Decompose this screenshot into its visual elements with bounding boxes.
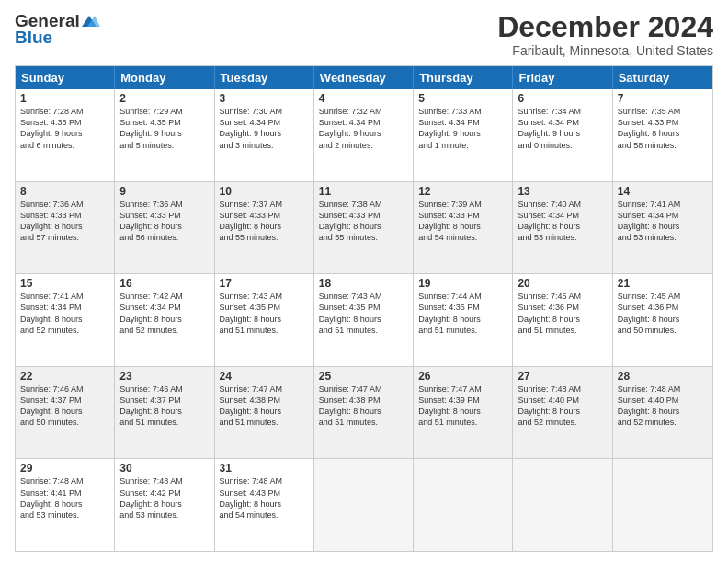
calendar-cell: 6Sunrise: 7:34 AMSunset: 4:34 PMDaylight… [513,89,612,181]
calendar-cell: 14Sunrise: 7:41 AMSunset: 4:34 PMDayligh… [613,182,712,274]
calendar-cell: 12Sunrise: 7:39 AMSunset: 4:33 PMDayligh… [414,182,513,274]
day-number: 14 [618,185,708,198]
calendar-row-1: 1Sunrise: 7:28 AMSunset: 4:35 PMDaylight… [16,89,712,181]
calendar-body: 1Sunrise: 7:28 AMSunset: 4:35 PMDaylight… [16,89,712,551]
cell-info: Sunrise: 7:47 AMSunset: 4:38 PMDaylight:… [319,384,408,429]
calendar-cell: 13Sunrise: 7:40 AMSunset: 4:34 PMDayligh… [513,182,612,274]
calendar-cell: 18Sunrise: 7:43 AMSunset: 4:35 PMDayligh… [314,274,414,366]
day-number: 18 [319,277,408,290]
calendar: SundayMondayTuesdayWednesdayThursdayFrid… [15,65,713,552]
day-number: 30 [119,462,209,475]
cell-info: Sunrise: 7:38 AMSunset: 4:33 PMDaylight:… [319,199,408,244]
calendar-cell: 7Sunrise: 7:35 AMSunset: 4:33 PMDaylight… [613,89,712,181]
cell-info: Sunrise: 7:39 AMSunset: 4:33 PMDaylight:… [418,199,507,244]
day-number: 15 [20,277,109,290]
cell-info: Sunrise: 7:43 AMSunset: 4:35 PMDaylight:… [220,291,309,336]
cell-info: Sunrise: 7:40 AMSunset: 4:34 PMDaylight:… [518,199,607,244]
day-number: 23 [119,370,209,383]
cell-info: Sunrise: 7:41 AMSunset: 4:34 PMDaylight:… [618,199,708,244]
cell-info: Sunrise: 7:45 AMSunset: 4:36 PMDaylight:… [518,291,607,336]
calendar-cell: 19Sunrise: 7:44 AMSunset: 4:35 PMDayligh… [414,274,513,366]
title-block: December 2024 Faribault, Minnesota, Unit… [497,11,713,58]
cell-info: Sunrise: 7:42 AMSunset: 4:34 PMDaylight:… [119,291,209,336]
day-number: 2 [119,92,209,105]
cell-info: Sunrise: 7:47 AMSunset: 4:38 PMDaylight:… [220,384,309,429]
calendar-cell: 8Sunrise: 7:36 AMSunset: 4:33 PMDaylight… [16,182,115,274]
logo-icon [82,14,100,29]
day-number: 8 [20,185,109,198]
day-number: 12 [418,185,507,198]
cell-info: Sunrise: 7:36 AMSunset: 4:33 PMDaylight:… [20,199,109,244]
calendar-cell: 4Sunrise: 7:32 AMSunset: 4:34 PMDaylight… [314,89,414,181]
calendar-cell [613,459,712,551]
month-title: December 2024 [497,11,713,43]
day-number: 4 [319,92,408,105]
day-number: 25 [319,370,408,383]
calendar-cell: 27Sunrise: 7:48 AMSunset: 4:40 PMDayligh… [513,367,612,459]
cell-info: Sunrise: 7:34 AMSunset: 4:34 PMDaylight:… [518,106,607,151]
day-number: 6 [518,92,607,105]
weekday-header-friday: Friday [513,66,612,89]
calendar-row-3: 15Sunrise: 7:41 AMSunset: 4:34 PMDayligh… [16,273,712,366]
calendar-cell: 20Sunrise: 7:45 AMSunset: 4:36 PMDayligh… [513,274,612,366]
calendar-cell: 28Sunrise: 7:48 AMSunset: 4:40 PMDayligh… [613,367,712,459]
cell-info: Sunrise: 7:43 AMSunset: 4:35 PMDaylight:… [319,291,408,336]
day-number: 20 [518,277,607,290]
cell-info: Sunrise: 7:36 AMSunset: 4:33 PMDaylight:… [119,199,209,244]
cell-info: Sunrise: 7:35 AMSunset: 4:33 PMDaylight:… [618,106,708,151]
calendar-cell: 1Sunrise: 7:28 AMSunset: 4:35 PMDaylight… [16,89,115,181]
cell-info: Sunrise: 7:45 AMSunset: 4:36 PMDaylight:… [618,291,708,336]
calendar-cell: 9Sunrise: 7:36 AMSunset: 4:33 PMDaylight… [115,182,214,274]
weekday-header-wednesday: Wednesday [314,66,414,89]
cell-info: Sunrise: 7:48 AMSunset: 4:40 PMDaylight:… [618,384,708,429]
day-number: 3 [220,92,309,105]
day-number: 29 [20,462,109,475]
cell-info: Sunrise: 7:32 AMSunset: 4:34 PMDaylight:… [319,106,408,151]
cell-info: Sunrise: 7:46 AMSunset: 4:37 PMDaylight:… [20,384,109,429]
cell-info: Sunrise: 7:48 AMSunset: 4:43 PMDaylight:… [220,476,309,521]
calendar-cell [314,459,414,551]
cell-info: Sunrise: 7:33 AMSunset: 4:34 PMDaylight:… [418,106,507,151]
day-number: 28 [618,370,708,383]
day-number: 21 [618,277,708,290]
calendar-cell: 25Sunrise: 7:47 AMSunset: 4:38 PMDayligh… [314,367,414,459]
calendar-header: SundayMondayTuesdayWednesdayThursdayFrid… [16,66,712,89]
calendar-cell: 5Sunrise: 7:33 AMSunset: 4:34 PMDaylight… [414,89,513,181]
day-number: 17 [220,277,309,290]
day-number: 26 [418,370,507,383]
cell-info: Sunrise: 7:30 AMSunset: 4:34 PMDaylight:… [220,106,309,151]
weekday-header-thursday: Thursday [414,66,513,89]
cell-info: Sunrise: 7:48 AMSunset: 4:41 PMDaylight:… [20,476,109,521]
logo-blue: Blue [15,28,52,48]
calendar-cell: 29Sunrise: 7:48 AMSunset: 4:41 PMDayligh… [16,459,115,551]
calendar-cell: 30Sunrise: 7:48 AMSunset: 4:42 PMDayligh… [115,459,214,551]
weekday-header-saturday: Saturday [613,66,712,89]
calendar-cell: 16Sunrise: 7:42 AMSunset: 4:34 PMDayligh… [115,274,214,366]
page: General Blue December 2024 Faribault, Mi… [0,0,728,563]
cell-info: Sunrise: 7:44 AMSunset: 4:35 PMDaylight:… [418,291,507,336]
calendar-cell: 15Sunrise: 7:41 AMSunset: 4:34 PMDayligh… [16,274,115,366]
day-number: 31 [220,462,309,475]
day-number: 16 [119,277,209,290]
day-number: 11 [319,185,408,198]
calendar-row-5: 29Sunrise: 7:48 AMSunset: 4:41 PMDayligh… [16,458,712,551]
calendar-cell: 23Sunrise: 7:46 AMSunset: 4:37 PMDayligh… [115,367,214,459]
calendar-cell: 11Sunrise: 7:38 AMSunset: 4:33 PMDayligh… [314,182,414,274]
calendar-row-4: 22Sunrise: 7:46 AMSunset: 4:37 PMDayligh… [16,366,712,459]
cell-info: Sunrise: 7:48 AMSunset: 4:42 PMDaylight:… [119,476,209,521]
cell-info: Sunrise: 7:48 AMSunset: 4:40 PMDaylight:… [518,384,607,429]
calendar-cell: 17Sunrise: 7:43 AMSunset: 4:35 PMDayligh… [215,274,314,366]
day-number: 1 [20,92,109,105]
calendar-cell: 24Sunrise: 7:47 AMSunset: 4:38 PMDayligh… [215,367,314,459]
cell-info: Sunrise: 7:28 AMSunset: 4:35 PMDaylight:… [20,106,109,151]
calendar-cell: 31Sunrise: 7:48 AMSunset: 4:43 PMDayligh… [215,459,314,551]
location: Faribault, Minnesota, United States [497,43,713,58]
calendar-cell: 22Sunrise: 7:46 AMSunset: 4:37 PMDayligh… [16,367,115,459]
calendar-row-2: 8Sunrise: 7:36 AMSunset: 4:33 PMDaylight… [16,181,712,274]
cell-info: Sunrise: 7:37 AMSunset: 4:33 PMDaylight:… [220,199,309,244]
cell-info: Sunrise: 7:41 AMSunset: 4:34 PMDaylight:… [20,291,109,336]
day-number: 22 [20,370,109,383]
day-number: 5 [418,92,507,105]
calendar-cell: 26Sunrise: 7:47 AMSunset: 4:39 PMDayligh… [414,367,513,459]
cell-info: Sunrise: 7:29 AMSunset: 4:35 PMDaylight:… [119,106,209,151]
